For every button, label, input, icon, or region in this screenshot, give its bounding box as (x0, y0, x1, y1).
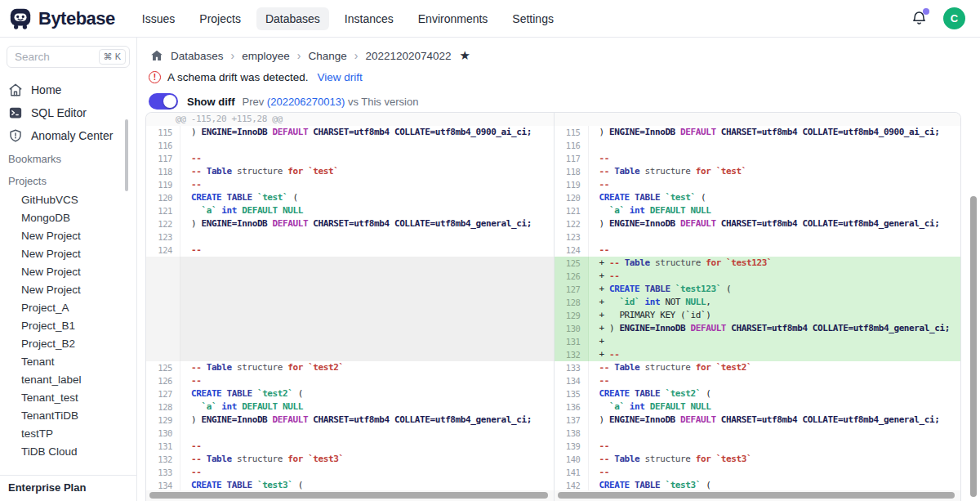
token-t: Table (625, 257, 655, 268)
sidebar-project-tenant-label[interactable]: tenant_label (0, 371, 136, 389)
search-input[interactable] (15, 51, 99, 63)
token-k: CREATE (599, 192, 635, 203)
sidebar-project-project-a[interactable]: Project_A (0, 299, 136, 317)
sidebar-project-new-project[interactable]: New Project (0, 227, 136, 245)
code-text: -- (180, 152, 554, 165)
sidebar-scrollbar[interactable] (125, 119, 128, 191)
diff-line (146, 296, 554, 309)
bookmark-star-icon[interactable]: ★ (460, 48, 470, 63)
prev-version-link[interactable]: (202206270013) (267, 96, 345, 108)
breadcrumb-home-icon[interactable] (150, 49, 163, 62)
token-c: structure (237, 166, 287, 177)
show-diff-label: Show diff (187, 96, 235, 108)
horizontal-scrollbar-left[interactable] (149, 492, 548, 499)
line-number: 117 (146, 152, 180, 165)
diff-hunk-header (555, 113, 961, 126)
diff-line: 120CREATE TABLE `test` ( (555, 191, 961, 204)
diff-line: 115) ENGINE=InnoDB DEFAULT CHARSET=utf8m… (146, 126, 554, 139)
hunk-header-text (555, 113, 961, 126)
show-diff-toggle[interactable] (149, 93, 178, 110)
token-d: ENGINE=InnoDB (609, 218, 680, 229)
code-text: -- Table structure for `test` (589, 165, 961, 178)
diff-toggle-row: Show diff Prev (202206270013) vs This ve… (137, 83, 980, 110)
sidebar-project-new-project[interactable]: New Project (0, 263, 136, 281)
diff-pane-previous: @@ -115,20 +115,28 @@115) ENGINE=InnoDB … (146, 113, 554, 501)
breadcrumb-item-databases[interactable]: Databases (171, 50, 224, 62)
token-r: for `test2` (287, 362, 343, 373)
diff-line: 140-- Table structure for `test3` (555, 453, 961, 466)
token-p (191, 401, 201, 412)
breadcrumb-item-employee[interactable]: employee (242, 50, 290, 62)
token-k: CREATE (191, 192, 227, 203)
token-r: for `test3` (287, 454, 343, 464)
sidebar-project-project-b2[interactable]: Project_B2 (0, 335, 136, 353)
token-d: COLLATE=utf8mb4_general_ci; (802, 414, 939, 425)
nav-item-settings[interactable]: Settings (503, 7, 563, 30)
token-m: DEFAULT (680, 127, 721, 137)
token-p: NOT (665, 297, 685, 307)
sidebar-project-tenant[interactable]: Tenant (0, 353, 136, 371)
breadcrumb-items: Databases›employee›Change›20221202074022 (171, 49, 452, 62)
diff-line: 141-- (555, 466, 961, 479)
token-d: ENGINE=InnoDB (201, 127, 272, 137)
token-g: `test2` (257, 388, 298, 399)
diff-line: 120CREATE TABLE `test` ( (146, 191, 554, 204)
sidebar-project-githubvcs[interactable]: GitHubVCS (0, 191, 136, 209)
sidebar-item-anomaly-center[interactable]: Anomaly Center (0, 124, 136, 147)
diff-line: 135CREATE TABLE `test2` ( (555, 387, 961, 400)
nav-item-projects[interactable]: Projects (190, 7, 250, 30)
bytebase-logo[interactable]: Bytebase (8, 7, 115, 31)
nav-item-issues[interactable]: Issues (133, 7, 184, 30)
line-number: 134 (555, 374, 589, 387)
sidebar-project-tidb-cloud[interactable]: TiDB Cloud (0, 443, 136, 461)
code-text (180, 230, 554, 244)
token-k: CREATE (609, 284, 645, 294)
alert-icon: ! (149, 71, 161, 83)
code-text: -- Table structure for `test2` (180, 361, 554, 374)
code-text (589, 139, 961, 152)
sidebar-item-home[interactable]: Home (0, 78, 136, 101)
diff-line: 137) ENGINE=InnoDB DEFAULT CHARSET=utf8m… (555, 414, 961, 427)
diff-line (146, 322, 554, 335)
token-t: TABLE (635, 480, 665, 490)
token-g: `a` (609, 401, 630, 412)
token-g: DEFAULT NULL (242, 205, 303, 216)
sidebar-project-tenant-test[interactable]: Tenant_test (0, 389, 136, 407)
token-p: + ) (599, 323, 620, 333)
code-text: -- (589, 466, 961, 479)
notifications-bell-icon[interactable] (911, 10, 929, 28)
diff-line: 139-- (555, 440, 961, 453)
code-text: -- (589, 152, 961, 165)
code-text: + PRIMARY KEY (`id`) (589, 309, 961, 322)
breadcrumb-item-20221202074022[interactable]: 20221202074022 (365, 50, 451, 62)
code-text: CREATE TABLE `test2` ( (589, 387, 961, 400)
token-t: Table (614, 362, 644, 373)
code-text: CREATE TABLE `test` ( (180, 191, 554, 204)
token-k: int (630, 401, 650, 412)
token-d: ENGINE=InnoDB (201, 218, 272, 229)
horizontal-scrollbar-right[interactable] (558, 492, 956, 499)
sidebar-project-project-b1[interactable]: Project_B1 (0, 317, 136, 335)
nav-item-environments[interactable]: Environments (409, 7, 497, 30)
token-r: -- (599, 166, 615, 177)
sidebar-project-new-project[interactable]: New Project (0, 281, 136, 299)
breadcrumb-item-change[interactable]: Change (308, 50, 346, 62)
sidebar-project-new-project[interactable]: New Project (0, 245, 136, 263)
diff-line: 129) ENGINE=InnoDB DEFAULT CHARSET=utf8m… (146, 414, 554, 427)
line-number: 139 (555, 440, 589, 453)
sidebar-project-testtp[interactable]: testTP (0, 425, 136, 443)
avatar[interactable]: C (943, 7, 965, 29)
diff-line: 127+ CREATE TABLE `test123` ( (555, 283, 961, 296)
page-scrollbar[interactable] (970, 196, 977, 497)
nav-item-databases[interactable]: Databases (256, 7, 329, 30)
line-number: 128 (555, 296, 589, 309)
sidebar-item-sql-editor[interactable]: SQL Editor (0, 101, 136, 124)
sidebar-project-tenanttidb[interactable]: TenantTiDB (0, 407, 136, 425)
token-m: DEFAULT (273, 218, 314, 229)
token-k: CREATE (599, 480, 635, 490)
sidebar-project-mongodb[interactable]: MongoDB (0, 209, 136, 227)
nav-item-instances[interactable]: Instances (336, 7, 403, 30)
view-drift-link[interactable]: View drift (318, 71, 363, 83)
diff-line: 125+ -- Table structure for `test123` (555, 257, 961, 270)
terminal-icon (8, 105, 23, 120)
